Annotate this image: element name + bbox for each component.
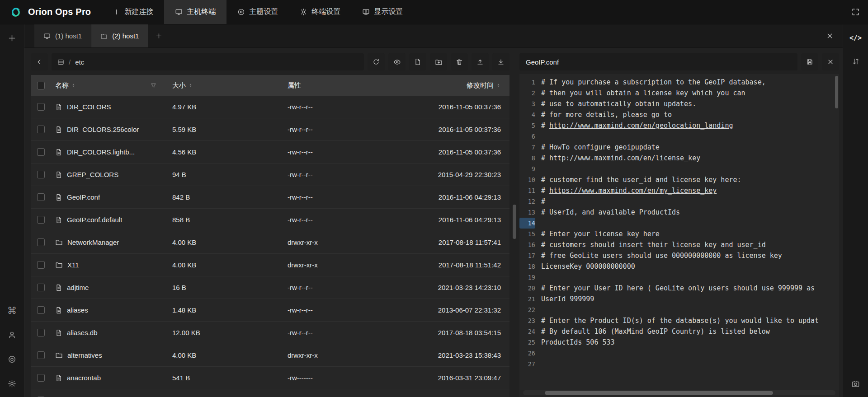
code-line[interactable]: # HowTo configure geoipupdate: [541, 142, 839, 153]
close-editor-button[interactable]: [822, 53, 839, 70]
table-row[interactable]: alternatives4.00 KBdrwxr-xr-x2021-03-23 …: [31, 344, 509, 367]
upload-button[interactable]: [472, 53, 489, 70]
code-line[interactable]: ProductIds 506 533: [541, 337, 839, 348]
file-name[interactable]: DIR_COLORS: [67, 103, 111, 111]
table-row[interactable]: GeoIP.conf.default858 B-rw-r--r--2016-11…: [31, 209, 509, 231]
table-row[interactable]: [31, 389, 509, 397]
sort-swap-button[interactable]: [848, 53, 864, 70]
row-checkbox[interactable]: [37, 148, 45, 156]
file-name[interactable]: alternatives: [67, 351, 102, 359]
code-line[interactable]: [541, 218, 839, 229]
code-line[interactable]: LicenseKey 000000000000: [541, 261, 839, 272]
editor-link[interactable]: https://www.maxmind.com/en/my_license_ke…: [549, 187, 717, 195]
row-checkbox[interactable]: [37, 103, 45, 111]
preview-button[interactable]: [388, 53, 406, 70]
file-name[interactable]: aliases: [67, 306, 88, 314]
file-name[interactable]: X11: [67, 261, 79, 269]
breadcrumb[interactable]: / etc: [52, 53, 364, 70]
menu-item-display-settings[interactable]: 显示设置: [351, 0, 414, 24]
new-tab-button[interactable]: [4, 30, 20, 46]
editor-code[interactable]: # If you purchase a subscription to the …: [541, 77, 839, 397]
menu-item-terminal-settings[interactable]: 终端设置: [289, 0, 351, 24]
command-palette-button[interactable]: ⌘: [4, 302, 20, 318]
file-name[interactable]: DIR_COLORS.256color: [67, 126, 139, 133]
row-checkbox[interactable]: [37, 238, 45, 246]
file-name[interactable]: GREP_COLORS: [67, 171, 118, 178]
code-line[interactable]: [541, 131, 839, 142]
sort-carets-icon[interactable]: [496, 82, 501, 89]
filter-funnel-icon[interactable]: [150, 82, 157, 89]
new-folder-button[interactable]: [430, 53, 447, 70]
table-row[interactable]: DIR_COLORS.lightb...4.56 KB-rw-r--r--201…: [31, 141, 509, 163]
table-row[interactable]: DIR_COLORS.256color5.59 KB-rw-r--r--2016…: [31, 118, 509, 141]
file-name[interactable]: GeoIP.conf.default: [67, 216, 122, 224]
table-row[interactable]: DIR_COLORS4.97 KB-rw-r--r--2016-11-05 00…: [31, 96, 509, 118]
editor-horizontal-scrollbar[interactable]: [545, 391, 773, 395]
back-button[interactable]: [31, 53, 48, 70]
refresh-button[interactable]: [368, 53, 385, 70]
file-name[interactable]: aliases.db: [67, 329, 98, 336]
screenshot-button[interactable]: [848, 375, 864, 392]
code-view-button[interactable]: </>: [848, 30, 864, 46]
code-line[interactable]: # for more details, please go to: [541, 109, 839, 120]
download-button[interactable]: [492, 53, 509, 70]
editor-body[interactable]: 1234567891011121314151617181920212223242…: [519, 74, 839, 397]
menu-item-new-connection[interactable]: 新建连接: [102, 0, 164, 24]
row-checkbox[interactable]: [37, 126, 45, 133]
row-checkbox[interactable]: [37, 193, 45, 201]
code-line[interactable]: # Enter your license key here: [541, 229, 839, 239]
save-button[interactable]: [801, 53, 818, 70]
table-row[interactable]: anacrontab541 B-rw-------2016-03-31 23:0…: [31, 367, 509, 389]
table-row[interactable]: X114.00 KBdrwxr-xr-x2017-08-18 11:51:42: [31, 254, 509, 276]
table-row[interactable]: GeoIP.conf842 B-rw-r--r--2016-11-06 04:2…: [31, 186, 509, 209]
code-line[interactable]: # By default 106 (MaxMind GeoIP Country)…: [541, 326, 839, 337]
code-line[interactable]: [541, 163, 839, 174]
table-row[interactable]: adjtime16 B-rw-r--r--2021-03-23 14:23:10: [31, 276, 509, 299]
theme-button[interactable]: [4, 351, 20, 367]
row-checkbox[interactable]: [37, 351, 45, 359]
file-list-scrollbar[interactable]: [513, 205, 516, 239]
code-line[interactable]: # Enter your User ID here ( GeoLite only…: [541, 283, 839, 294]
menu-item-host-terminal[interactable]: 主机终端: [164, 0, 226, 24]
menu-item-theme-settings[interactable]: 主题设置: [226, 0, 289, 24]
row-checkbox[interactable]: [37, 329, 45, 336]
row-checkbox[interactable]: [37, 306, 45, 314]
code-line[interactable]: # free GeoLite users should use 00000000…: [541, 250, 839, 261]
file-name[interactable]: adjtime: [67, 284, 89, 291]
code-line[interactable]: [541, 304, 839, 315]
code-line[interactable]: # use to automatically obtain updates.: [541, 98, 839, 109]
code-line[interactable]: # If you purchase a subscription to the …: [541, 77, 839, 88]
editor-vertical-scrollbar[interactable]: [835, 76, 838, 108]
editor-link[interactable]: http://www.maxmind.com/en/geolocation_la…: [549, 121, 733, 130]
fullscreen-button[interactable]: [843, 0, 868, 24]
code-line[interactable]: # http://www.maxmind.com/en/license_key: [541, 153, 839, 163]
close-panel-button[interactable]: [826, 24, 843, 47]
tab-host1-terminal[interactable]: (1) host1: [34, 24, 91, 47]
table-row[interactable]: GREP_COLORS94 B-rw-r--r--2015-04-29 22:3…: [31, 163, 509, 186]
new-file-button[interactable]: [409, 53, 426, 70]
code-line[interactable]: # http://www.maxmind.com/en/geolocation_…: [541, 120, 839, 131]
tab-host1-files[interactable]: (2) host1: [91, 24, 148, 47]
sort-carets-icon[interactable]: [188, 82, 193, 89]
code-line[interactable]: # https://www.maxmind.com/en/my_license_…: [541, 185, 839, 196]
code-line[interactable]: [541, 359, 839, 369]
row-checkbox[interactable]: [37, 374, 45, 382]
code-line[interactable]: #: [541, 196, 839, 207]
table-row[interactable]: NetworkManager4.00 KBdrwxr-xr-x2017-08-1…: [31, 231, 509, 254]
code-line[interactable]: # UserId, and available ProductIds: [541, 207, 839, 218]
row-checkbox[interactable]: [37, 216, 45, 224]
code-line[interactable]: # then you will obtain a license key whi…: [541, 88, 839, 98]
code-line[interactable]: [541, 272, 839, 283]
row-checkbox[interactable]: [37, 284, 45, 291]
add-tab-button[interactable]: [148, 24, 169, 47]
select-all-checkbox[interactable]: [37, 82, 45, 89]
sort-carets-icon[interactable]: [71, 82, 76, 89]
code-line[interactable]: # customer find the user_id and license …: [541, 174, 839, 185]
row-checkbox[interactable]: [37, 261, 45, 269]
breadcrumb-path[interactable]: etc: [75, 58, 84, 66]
settings-button[interactable]: [4, 375, 20, 392]
delete-button[interactable]: [451, 53, 468, 70]
user-button[interactable]: [4, 327, 20, 343]
file-name[interactable]: anacrontab: [67, 374, 101, 382]
code-line[interactable]: # Enter the Product ID(s) of the databas…: [541, 315, 839, 326]
